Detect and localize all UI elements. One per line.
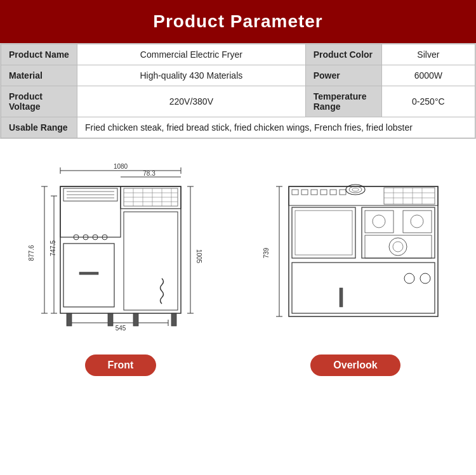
overlook-label-button[interactable]: Overlook — [310, 355, 400, 376]
page-title: Product Parameter — [13, 11, 463, 32]
svg-point-69 — [349, 186, 362, 193]
svg-point-80 — [393, 242, 403, 252]
svg-rect-59 — [330, 190, 336, 195]
table-row: Material High-quality 430 Materials Powe… — [1, 65, 475, 86]
overlook-diagram-svg: 739 — [257, 152, 454, 348]
svg-rect-72 — [295, 211, 352, 255]
label-voltage: Product Voltage — [1, 86, 77, 117]
value-material: High-quality 430 Materials — [77, 65, 306, 86]
label-temperature: Temperature Range — [305, 86, 381, 117]
table-row: Usable Range Fried chicken steak, fried … — [1, 117, 475, 138]
svg-text:1080: 1080 — [114, 163, 128, 170]
svg-rect-81 — [292, 263, 435, 313]
overlook-diagram-container: 739 — [241, 152, 470, 376]
svg-rect-38 — [63, 244, 114, 307]
svg-rect-82 — [340, 288, 343, 307]
label-power: Power — [305, 65, 381, 86]
svg-point-77 — [411, 215, 423, 228]
svg-rect-28 — [121, 186, 181, 209]
svg-rect-75 — [403, 211, 432, 233]
svg-rect-56 — [301, 190, 308, 195]
svg-rect-47 — [133, 313, 138, 326]
value-voltage: 220V/380V — [77, 86, 306, 117]
svg-point-79 — [389, 238, 407, 256]
label-product-name: Product Name — [1, 44, 77, 65]
svg-rect-60 — [340, 190, 346, 195]
svg-rect-23 — [60, 186, 121, 237]
label-usable-range: Usable Range — [1, 117, 77, 138]
front-diagram-container: 1080 877.6 747.5 1005 78.3 545 — [6, 152, 235, 376]
svg-point-84 — [420, 273, 430, 283]
svg-rect-54 — [289, 186, 438, 205]
svg-rect-55 — [292, 190, 298, 195]
svg-rect-53 — [289, 186, 438, 316]
value-temperature: 0-250°C — [381, 86, 475, 117]
svg-point-83 — [404, 273, 414, 283]
table-row: Product Name Commercial Electric Fryer P… — [1, 44, 475, 65]
diagrams-section: 1080 877.6 747.5 1005 78.3 545 — [0, 139, 476, 382]
svg-rect-44 — [124, 212, 178, 310]
svg-text:1005: 1005 — [195, 249, 202, 264]
value-product-name: Commercial Electric Fryer — [77, 44, 306, 65]
front-diagram-svg: 1080 877.6 747.5 1005 78.3 545 — [22, 152, 219, 348]
value-product-color: Silver — [381, 44, 475, 65]
value-usable-range: Fried chicken steak, fried bread stick, … — [77, 117, 475, 138]
svg-text:739: 739 — [263, 247, 270, 258]
svg-point-70 — [352, 188, 359, 192]
svg-rect-45 — [67, 313, 72, 326]
svg-rect-71 — [292, 207, 355, 258]
value-power: 6000W — [381, 65, 475, 86]
label-material: Material — [1, 65, 77, 86]
svg-point-76 — [373, 215, 385, 228]
svg-text:78.3: 78.3 — [143, 170, 155, 177]
svg-text:877.6: 877.6 — [28, 245, 35, 261]
table-row: Product Voltage 220V/380V Temperature Ra… — [1, 86, 475, 117]
svg-rect-39 — [79, 272, 98, 275]
svg-text:747.5: 747.5 — [50, 240, 56, 256]
label-product-color: Product Color — [305, 44, 381, 65]
svg-rect-78 — [365, 235, 432, 258]
front-label-button[interactable]: Front — [85, 355, 157, 376]
svg-rect-48 — [171, 313, 176, 326]
svg-text:545: 545 — [116, 325, 126, 332]
svg-rect-58 — [321, 190, 327, 195]
svg-rect-74 — [365, 211, 393, 233]
svg-rect-57 — [311, 190, 317, 195]
svg-rect-61 — [384, 188, 435, 204]
svg-rect-46 — [108, 313, 113, 326]
page-header: Product Parameter — [0, 0, 476, 43]
product-parameter-table: Product Name Commercial Electric Fryer P… — [0, 43, 476, 139]
